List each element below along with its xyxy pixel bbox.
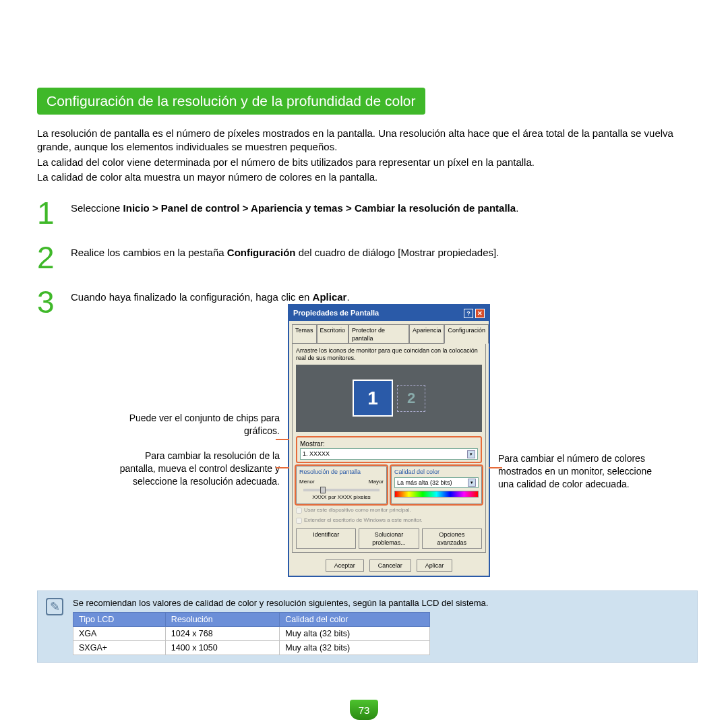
step-1: 1 Seleccione Inicio > Panel de control >… [37,198,698,229]
checkbox-primary-monitor: Usar este dispositivo como monitor princ… [296,507,482,514]
th-resolucion: Resolución [165,613,279,627]
tab-temas[interactable]: Temas [292,324,317,344]
pencil-icon: ✎ [46,598,63,615]
intro-text: La resolución de pantalla es el número d… [37,127,698,184]
th-calidad: Calidad del color [280,613,430,627]
checkbox-icon [296,508,302,514]
note-text: Se recomiendan los valores de calidad de… [73,598,689,608]
resolution-group: Resolución de pantalla Menor Mayor XXXX … [296,466,387,505]
th-tipo-lcd: Tipo LCD [73,613,166,627]
step-3: 3 Cuando haya finalizado la configuració… [37,286,698,577]
steps-list: 1 Seleccione Inicio > Panel de control >… [37,198,698,577]
callout-color-quality: Para cambiar el número de colores mostra… [498,452,660,491]
tab-content: Arrastre los iconos de monitor para que … [292,343,486,553]
table-row: XGA 1024 x 768 Muy alta (32 bits) [73,627,430,641]
monitor-1-icon[interactable]: 1 [353,380,393,417]
step-number-2: 2 [37,242,61,273]
color-value: La más alta (32 bits) [397,479,452,487]
identify-button[interactable]: Identificar [296,528,356,549]
callout-graphics-chip: Puede ver el conjunto de chips para gráf… [108,412,280,437]
display-select-group: Mostrar: 1. XXXXX ▾ [296,436,482,463]
slider-max-label: Mayor [369,479,384,486]
callout-connector-icon [489,467,502,468]
apply-button[interactable]: Aplicar [417,559,453,572]
monitor-preview-area[interactable]: 1 2 [296,365,482,432]
intro-p1: La resolución de pantalla es el número d… [37,127,698,154]
spec-table: Tipo LCD Resolución Calidad del color XG… [73,612,430,655]
intro-p2: La calidad del color viene determinada p… [37,156,698,169]
step-number-3: 3 [37,286,61,577]
step-1-text: Seleccione Inicio > Panel de control > A… [71,198,698,229]
ok-button[interactable]: Aceptar [326,559,364,572]
display-properties-dialog: Propiedades de Pantalla ? ✕ Temas Escrit… [288,304,490,577]
help-icon[interactable]: ? [464,309,473,318]
note-box: ✎ Se recomiendan los valores de calidad … [37,590,698,663]
resolution-slider[interactable] [303,489,380,491]
cancel-button[interactable]: Cancelar [369,559,411,572]
callout-resolution-slider: Para cambiar la resolución de la pantall… [108,450,280,488]
resolution-group-title: Resolución de pantalla [299,468,384,476]
color-dropdown[interactable]: La más alta (32 bits) ▾ [394,477,479,488]
chevron-down-icon[interactable]: ▾ [467,450,475,458]
step-number-1: 1 [37,198,61,229]
display-dropdown[interactable]: 1. XXXXX ▾ [300,448,478,459]
resolution-value: XXXX por XXXX píxeles [299,494,384,502]
tab-apariencia[interactable]: Apariencia [409,324,445,344]
step-2-text: Realice los cambios en la pestaña Config… [71,242,698,273]
checkbox-extend-desktop: Extender el escritorio de Windows a este… [296,517,482,524]
troubleshoot-button[interactable]: Solucionar problemas... [359,528,419,549]
page-number-badge: 73 [350,700,378,720]
color-spectrum-icon [394,491,479,497]
dialog-tabs: Temas Escritorio Protector de pantalla A… [289,321,489,343]
display-value: 1. XXXXX [303,450,330,458]
dialog-title-bar[interactable]: Propiedades de Pantalla ? ✕ [289,305,489,321]
intro-p3: La calidad de color alta muestra un mayo… [37,171,698,184]
advanced-button[interactable]: Opciones avanzadas [422,528,482,549]
drag-instruction: Arrastre los iconos de monitor para que … [296,347,482,362]
step-3-text: Cuando haya finalizado la configuración,… [71,286,698,577]
callout-connector-icon [276,467,289,468]
slider-min-label: Menor [299,479,315,486]
dialog-title-text: Propiedades de Pantalla [293,308,379,318]
display-label: Mostrar: [300,439,478,449]
checkbox-icon [296,518,302,524]
tab-protector[interactable]: Protector de pantalla [348,324,409,344]
chevron-down-icon[interactable]: ▾ [468,479,476,487]
color-group-title: Calidad del color [394,468,479,476]
slider-thumb-icon[interactable] [320,487,326,493]
callout-connector-icon [276,439,289,440]
monitor-2-icon[interactable]: 2 [397,385,425,412]
color-quality-group: Calidad del color La más alta (32 bits) … [391,466,482,505]
tab-escritorio[interactable]: Escritorio [317,324,349,344]
step-2: 2 Realice los cambios en la pestaña Conf… [37,242,698,273]
table-row: SXGA+ 1400 x 1050 Muy alta (32 bits) [73,641,430,655]
tab-configuracion[interactable]: Configuración [444,324,489,344]
page-title: Configuración de la resolución y de la p… [37,88,425,115]
close-icon[interactable]: ✕ [475,309,485,318]
